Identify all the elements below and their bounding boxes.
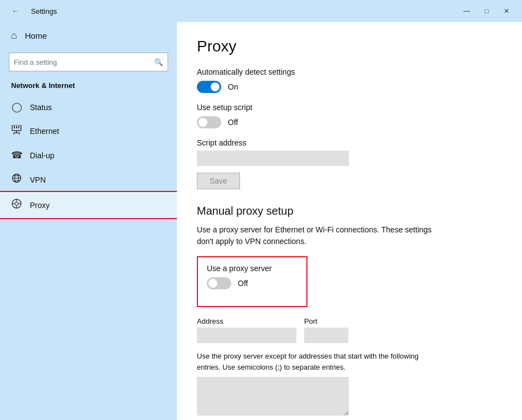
svg-rect-2 <box>16 126 17 128</box>
home-label: Home <box>25 31 47 40</box>
status-icon: ◯ <box>11 101 22 113</box>
use-proxy-server-label: Use a proxy server <box>207 264 297 273</box>
use-proxy-toggle[interactable] <box>207 277 231 289</box>
script-address-input[interactable] <box>197 151 349 166</box>
save-button[interactable]: Save <box>197 173 240 189</box>
port-input[interactable] <box>304 328 348 343</box>
sidebar-item-proxy[interactable]: Proxy <box>0 192 177 218</box>
title-bar-title: Settings <box>31 7 57 15</box>
sidebar-item-dialup[interactable]: ☎ Dial-up <box>0 143 177 167</box>
search-icon: 🔍 <box>154 58 163 66</box>
manual-proxy-description: Use a proxy server for Ethernet or Wi-Fi… <box>197 224 435 247</box>
auto-detect-toggle[interactable] <box>197 81 221 93</box>
auto-detect-status: On <box>228 82 238 91</box>
auto-detect-toggle-row: On <box>197 81 502 93</box>
category-title: Network & Internet <box>0 79 177 95</box>
address-input[interactable] <box>197 328 296 343</box>
svg-rect-3 <box>18 126 19 128</box>
main-layout: ⌂ Home 🔍 Network & Internet ◯ Status <box>0 22 522 420</box>
sidebar-home-item[interactable]: ⌂ Home <box>0 22 177 49</box>
title-bar-controls: — □ ✕ <box>458 3 515 19</box>
sidebar-label-proxy: Proxy <box>30 201 50 210</box>
script-address-label: Script address <box>197 138 502 147</box>
home-icon: ⌂ <box>11 30 17 42</box>
svg-rect-1 <box>14 126 15 128</box>
use-proxy-status: Off <box>238 279 248 288</box>
svg-point-14 <box>15 202 18 205</box>
search-box: 🔍 <box>9 53 168 71</box>
sidebar-label-vpn: VPN <box>30 175 46 184</box>
title-bar-left: ← Settings <box>7 3 57 19</box>
close-button[interactable]: ✕ <box>498 3 515 19</box>
address-port-row: Address Port <box>197 317 502 343</box>
auto-detect-label: Automatically detect settings <box>197 68 502 76</box>
exceptions-textarea[interactable] <box>197 377 349 416</box>
ethernet-icon <box>11 125 22 137</box>
manual-proxy-title: Manual proxy setup <box>197 205 502 217</box>
exceptions-description: Use the proxy server except for addresse… <box>197 351 435 372</box>
auto-detect-knob <box>211 82 220 91</box>
sidebar-label-status: Status <box>30 103 52 112</box>
setup-script-status: Off <box>228 118 238 127</box>
sidebar-item-status[interactable]: ◯ Status <box>0 95 177 119</box>
back-button[interactable]: ← <box>7 3 24 19</box>
title-bar: ← Settings — □ ✕ <box>0 0 522 22</box>
sidebar-label-dialup: Dial-up <box>30 151 54 160</box>
use-proxy-toggle-row: Off <box>207 277 297 289</box>
sidebar-item-vpn[interactable]: VPN <box>0 167 177 192</box>
search-input[interactable] <box>14 58 154 66</box>
proxy-icon <box>11 198 22 212</box>
address-group: Address <box>197 317 296 343</box>
setup-script-toggle[interactable] <box>197 116 221 128</box>
page-title: Proxy <box>197 38 502 55</box>
maximize-button[interactable]: □ <box>478 3 495 19</box>
sidebar: ⌂ Home 🔍 Network & Internet ◯ Status <box>0 22 177 420</box>
dialup-icon: ☎ <box>11 149 22 161</box>
port-group: Port <box>304 317 348 343</box>
address-label: Address <box>197 317 296 325</box>
setup-script-knob <box>199 118 207 127</box>
content-area: Proxy Automatically detect settings On U… <box>177 22 522 420</box>
minimize-button[interactable]: — <box>458 3 476 19</box>
setup-script-label: Use setup script <box>197 103 502 112</box>
proxy-server-box: Use a proxy server Off <box>197 256 307 307</box>
vpn-icon <box>11 173 22 186</box>
sidebar-label-ethernet: Ethernet <box>30 127 59 136</box>
use-proxy-knob <box>208 279 217 288</box>
port-label: Port <box>304 317 348 325</box>
sidebar-item-ethernet[interactable]: Ethernet <box>0 119 177 143</box>
setup-script-toggle-row: Off <box>197 116 502 128</box>
